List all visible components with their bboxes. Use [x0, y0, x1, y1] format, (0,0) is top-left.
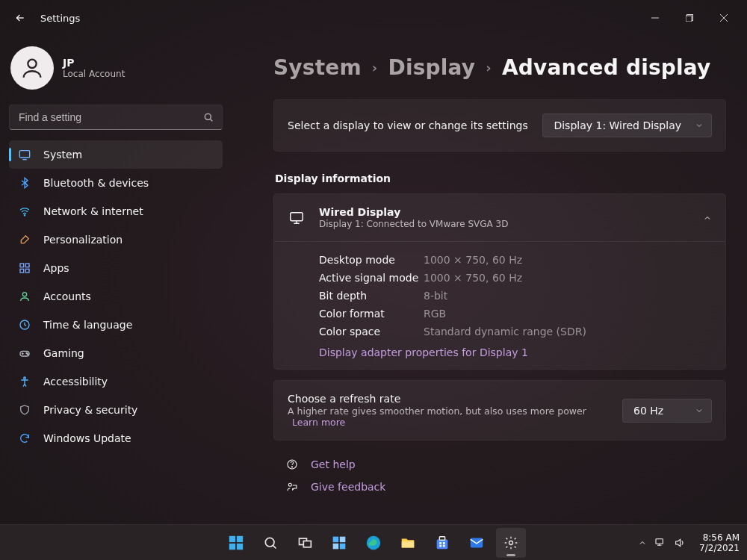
svg-rect-27 — [333, 536, 339, 542]
svg-point-15 — [24, 377, 26, 379]
nav-item-personalization[interactable]: Personalization — [9, 225, 223, 254]
svg-rect-22 — [229, 543, 235, 549]
nav-label: Time & language — [43, 319, 132, 331]
nav-item-system[interactable]: System — [9, 140, 223, 169]
sync-icon — [18, 432, 31, 445]
close-button[interactable] — [707, 6, 741, 30]
file-explorer-button[interactable] — [393, 528, 423, 558]
mail-button[interactable] — [462, 528, 492, 558]
search-box[interactable] — [9, 105, 223, 130]
adapter-properties-link[interactable]: Display adapter properties for Display 1 — [319, 340, 712, 358]
search-button[interactable] — [255, 528, 285, 558]
feedback-icon — [285, 481, 299, 493]
nav-label: Accessibility — [43, 376, 108, 388]
clock-time: 8:56 AM — [699, 532, 740, 543]
svg-rect-30 — [340, 543, 346, 549]
network-tray-icon[interactable] — [654, 537, 666, 549]
person-arms-icon — [18, 375, 31, 388]
svg-point-10 — [22, 293, 26, 296]
breadcrumb-level2[interactable]: Display — [388, 55, 475, 80]
refresh-rate-card: Choose a refresh rate A higher rate give… — [273, 380, 726, 441]
minimize-button[interactable] — [638, 6, 672, 30]
display-info-card: Wired Display Display 1: Connected to VM… — [273, 193, 726, 370]
get-help-link[interactable]: Get help — [285, 458, 726, 470]
breadcrumb-level3: Advanced display — [502, 55, 711, 80]
chevron-down-icon — [695, 121, 704, 130]
select-display-description: Select a display to view or change its s… — [288, 119, 528, 131]
nav-item-apps[interactable]: Apps — [9, 254, 223, 282]
svg-rect-7 — [25, 264, 29, 267]
task-view-button[interactable] — [290, 528, 320, 558]
system-tray[interactable] — [638, 537, 686, 549]
taskbar-right: 8:56 AM 7/2/2021 — [638, 532, 747, 553]
settings-taskbar-button[interactable] — [496, 528, 526, 558]
svg-rect-28 — [340, 536, 346, 542]
person-icon — [18, 290, 31, 303]
taskbar: 8:56 AM 7/2/2021 — [0, 524, 747, 560]
chevron-right-icon: › — [486, 60, 492, 75]
start-button[interactable] — [221, 528, 251, 558]
select-display-card: Select a display to view or change its s… — [273, 99, 726, 152]
taskbar-center — [221, 528, 526, 558]
nav-label: System — [43, 149, 82, 161]
edge-button[interactable] — [359, 528, 388, 558]
bluetooth-icon — [18, 176, 31, 190]
nav-label: Privacy & security — [43, 404, 137, 416]
main-content: System › Display › Advanced display Sele… — [232, 36, 747, 524]
svg-rect-26 — [303, 541, 311, 547]
display-subtitle: Display 1: Connected to VMware SVGA 3D — [319, 219, 689, 229]
breadcrumb-level1[interactable]: System — [273, 55, 362, 80]
user-name: JP — [63, 57, 125, 69]
display-info-header[interactable]: Wired Display Display 1: Connected to VM… — [274, 194, 725, 242]
store-button[interactable] — [427, 528, 457, 558]
info-row: Color spaceStandard dynamic range (SDR) — [319, 323, 712, 340]
nav-item-accessibility[interactable]: Accessibility — [9, 367, 223, 396]
refresh-rate-dropdown[interactable]: 60 Hz — [622, 399, 712, 423]
info-row: Desktop mode1000 × 750, 60 Hz — [319, 251, 712, 269]
display-info-body: Desktop mode1000 × 750, 60 Hz Active sig… — [274, 242, 725, 369]
display-select-dropdown[interactable]: Display 1: Wired Display — [542, 113, 712, 137]
volume-tray-icon[interactable] — [674, 537, 686, 549]
nav-label: Accounts — [43, 290, 91, 302]
svg-point-40 — [509, 541, 513, 544]
chevron-right-icon: › — [372, 60, 378, 75]
svg-rect-39 — [471, 538, 483, 547]
get-help-label: Get help — [311, 458, 356, 470]
svg-rect-32 — [402, 541, 415, 547]
chevron-up-icon — [703, 214, 712, 223]
nav-item-bluetooth[interactable]: Bluetooth & devices — [9, 169, 223, 197]
give-feedback-link[interactable]: Give feedback — [285, 481, 726, 493]
svg-rect-21 — [237, 535, 243, 541]
apps-icon — [18, 261, 31, 275]
svg-rect-9 — [25, 269, 29, 273]
app-title: Settings — [40, 13, 80, 24]
breadcrumb: System › Display › Advanced display — [273, 55, 726, 80]
taskbar-clock[interactable]: 8:56 AM 7/2/2021 — [693, 532, 740, 553]
nav-item-privacy[interactable]: Privacy & security — [9, 396, 223, 424]
nav-item-gaming[interactable]: Gaming — [9, 339, 223, 367]
maximize-button[interactable] — [672, 6, 707, 30]
nav: System Bluetooth & devices Network & int… — [9, 140, 223, 452]
search-input[interactable] — [17, 111, 202, 124]
tray-chevron-up-icon[interactable] — [638, 538, 647, 547]
dropdown-value: 60 Hz — [633, 405, 663, 417]
learn-more-link[interactable]: Learn more — [292, 417, 345, 428]
nav-item-network[interactable]: Network & internet — [9, 197, 223, 225]
nav-item-accounts[interactable]: Accounts — [9, 282, 223, 311]
user-subtitle: Local Account — [63, 69, 125, 79]
nav-label: Bluetooth & devices — [43, 177, 149, 189]
svg-point-2 — [28, 60, 36, 68]
widgets-button[interactable] — [324, 528, 354, 558]
nav-label: Apps — [43, 262, 69, 274]
user-block[interactable]: JP Local Account — [9, 42, 223, 105]
svg-rect-35 — [439, 542, 441, 544]
nav-item-time-language[interactable]: Time & language — [9, 311, 223, 339]
display-title: Wired Display — [319, 206, 689, 218]
nav-item-windows-update[interactable]: Windows Update — [9, 424, 223, 452]
nav-label: Network & internet — [43, 205, 143, 217]
svg-rect-23 — [237, 543, 243, 549]
back-button[interactable] — [9, 7, 31, 29]
svg-rect-38 — [443, 544, 445, 547]
info-row: Color formatRGB — [319, 305, 712, 323]
svg-rect-6 — [20, 264, 24, 267]
